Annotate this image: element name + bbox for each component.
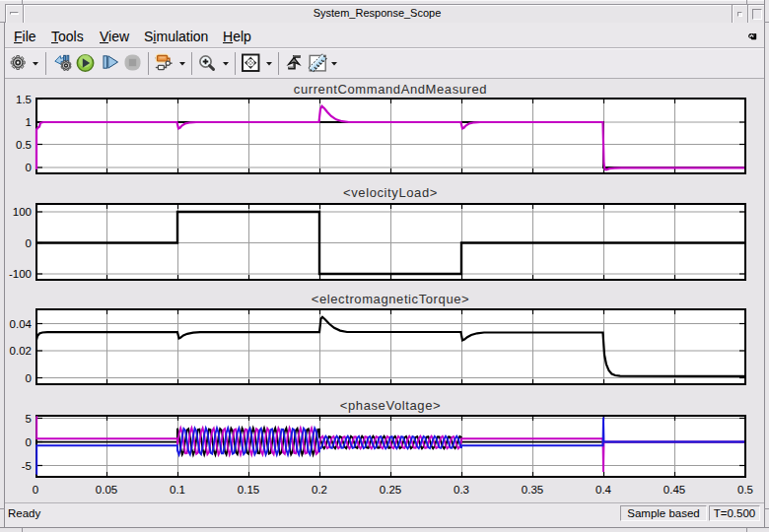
svg-text:0.2: 0.2 [312, 484, 327, 496]
svg-text:0.3: 0.3 [454, 484, 469, 496]
svg-text:<velocityLoad>: <velocityLoad> [343, 185, 438, 200]
svg-text:<electromagneticTorque>: <electromagneticTorque> [312, 292, 470, 306]
svg-text:0.1: 0.1 [170, 484, 185, 496]
svg-text:0: 0 [33, 484, 38, 496]
svg-text:0: 0 [26, 372, 32, 384]
svg-text:0.4: 0.4 [595, 484, 612, 496]
svg-text:-100: -100 [9, 268, 32, 280]
svg-text:0: 0 [26, 436, 32, 448]
svg-text:-5: -5 [22, 460, 32, 472]
svg-text:1: 1 [26, 116, 32, 128]
svg-text:0.05: 0.05 [96, 484, 117, 496]
svg-text:0.15: 0.15 [238, 484, 259, 496]
svg-text:0.5: 0.5 [737, 484, 753, 496]
svg-text:100: 100 [13, 206, 32, 218]
svg-text:1.5: 1.5 [16, 94, 32, 105]
svg-text:0.04: 0.04 [10, 318, 33, 330]
svg-text:0: 0 [26, 237, 32, 249]
svg-text:0.45: 0.45 [664, 484, 685, 496]
svg-text:0.02: 0.02 [10, 345, 32, 357]
svg-text:0.35: 0.35 [522, 484, 543, 496]
svg-text:0.25: 0.25 [380, 484, 401, 496]
svg-text:0.5: 0.5 [16, 139, 32, 151]
svg-text:0: 0 [26, 162, 32, 173]
svg-text:currentCommandAndMeasured: currentCommandAndMeasured [294, 82, 487, 97]
svg-text:5: 5 [26, 413, 32, 425]
svg-text:<phaseVoltage>: <phaseVoltage> [340, 398, 441, 413]
